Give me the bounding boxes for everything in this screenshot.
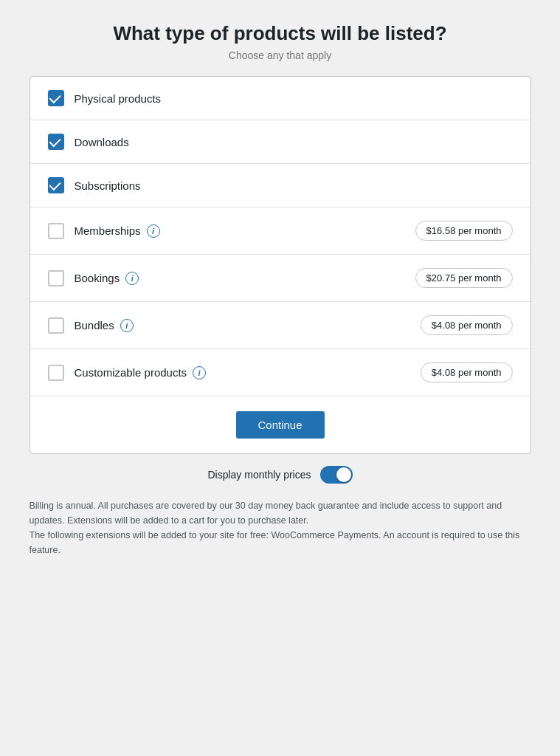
option-label-text-bookings: Bookings bbox=[75, 272, 120, 284]
continue-row: Continue bbox=[30, 396, 530, 453]
checkbox-bookings[interactable] bbox=[48, 270, 64, 286]
toggle-row: Display monthly prices bbox=[207, 466, 352, 484]
checkbox-visual-bookings bbox=[48, 270, 64, 286]
checkbox-subscriptions[interactable] bbox=[48, 177, 64, 193]
price-badge-customizable: $4.08 per month bbox=[421, 362, 513, 382]
page-container: What type of products will be listed? Ch… bbox=[15, 22, 545, 557]
checkbox-visual-downloads bbox=[48, 134, 64, 150]
option-row-physical[interactable]: Physical products bbox=[30, 77, 530, 120]
option-label-text-subscriptions: Subscriptions bbox=[75, 179, 141, 192]
option-label-physical: Physical products bbox=[75, 92, 513, 105]
checkbox-visual-memberships bbox=[48, 223, 64, 239]
option-label-text-customizable: Customizable products bbox=[75, 366, 187, 379]
price-badge-bundles: $4.08 per month bbox=[421, 315, 513, 335]
info-icon-memberships[interactable]: i bbox=[147, 224, 160, 238]
option-label-text-downloads: Downloads bbox=[75, 136, 129, 148]
option-row-bundles[interactable]: Bundlesi$4.08 per month bbox=[30, 302, 530, 349]
checkbox-downloads[interactable] bbox=[48, 134, 64, 150]
option-label-bundles: Bundlesi bbox=[75, 319, 421, 332]
footer-text: Billing is annual. All purchases are cov… bbox=[30, 498, 531, 557]
price-badge-bookings: $20.75 per month bbox=[415, 268, 513, 288]
checkbox-bundles[interactable] bbox=[48, 317, 64, 334]
page-title: What type of products will be listed? bbox=[113, 22, 446, 45]
checkbox-visual-customizable bbox=[48, 365, 64, 381]
checkbox-visual-physical bbox=[48, 90, 64, 106]
option-label-subscriptions: Subscriptions bbox=[75, 179, 513, 192]
option-label-text-memberships: Memberships bbox=[75, 224, 141, 237]
option-label-text-physical: Physical products bbox=[75, 92, 162, 105]
option-row-bookings[interactable]: Bookingsi$20.75 per month bbox=[30, 255, 530, 302]
monthly-prices-toggle[interactable] bbox=[320, 466, 353, 484]
option-row-customizable[interactable]: Customizable productsi$4.08 per month bbox=[30, 349, 530, 396]
price-badge-memberships: $16.58 per month bbox=[415, 221, 513, 241]
continue-button[interactable]: Continue bbox=[236, 411, 325, 439]
toggle-knob bbox=[336, 467, 351, 482]
checkbox-customizable[interactable] bbox=[48, 365, 64, 381]
page-subtitle: Choose any that apply bbox=[229, 49, 331, 61]
option-label-memberships: Membershipsi bbox=[75, 224, 415, 238]
product-type-card: Physical productsDownloadsSubscriptionsM… bbox=[30, 76, 531, 454]
checkbox-memberships[interactable] bbox=[48, 223, 64, 239]
checkbox-visual-bundles bbox=[48, 317, 64, 334]
info-icon-customizable[interactable]: i bbox=[193, 366, 206, 379]
option-label-downloads: Downloads bbox=[75, 136, 513, 148]
info-icon-bookings[interactable]: i bbox=[125, 272, 139, 285]
option-row-downloads[interactable]: Downloads bbox=[30, 120, 530, 164]
option-label-text-bundles: Bundles bbox=[75, 319, 114, 331]
info-icon-bundles[interactable]: i bbox=[120, 319, 134, 332]
checkbox-physical[interactable] bbox=[48, 90, 64, 106]
option-label-customizable: Customizable productsi bbox=[75, 366, 421, 379]
checkbox-visual-subscriptions bbox=[48, 177, 64, 193]
option-label-bookings: Bookingsi bbox=[75, 272, 415, 285]
option-row-subscriptions[interactable]: Subscriptions bbox=[30, 164, 530, 207]
option-row-memberships[interactable]: Membershipsi$16.58 per month bbox=[30, 207, 530, 255]
toggle-label: Display monthly prices bbox=[207, 469, 311, 481]
